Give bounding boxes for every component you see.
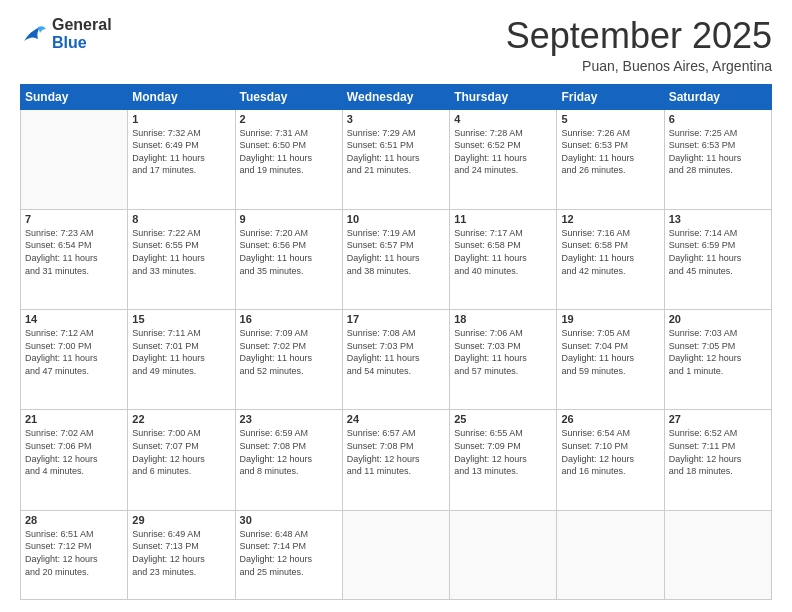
- day-info: Sunrise: 6:49 AM Sunset: 7:13 PM Dayligh…: [132, 528, 230, 578]
- location: Puan, Buenos Aires, Argentina: [506, 58, 772, 74]
- calendar-cell: 4Sunrise: 7:28 AM Sunset: 6:52 PM Daylig…: [450, 109, 557, 209]
- calendar-cell: 17Sunrise: 7:08 AM Sunset: 7:03 PM Dayli…: [342, 310, 449, 410]
- logo-text: General Blue: [52, 16, 112, 51]
- day-number: 10: [347, 213, 445, 225]
- day-info: Sunrise: 6:54 AM Sunset: 7:10 PM Dayligh…: [561, 427, 659, 477]
- day-info: Sunrise: 7:19 AM Sunset: 6:57 PM Dayligh…: [347, 227, 445, 277]
- calendar-cell: 23Sunrise: 6:59 AM Sunset: 7:08 PM Dayli…: [235, 410, 342, 510]
- calendar-cell: [450, 510, 557, 599]
- day-number: 8: [132, 213, 230, 225]
- day-info: Sunrise: 7:06 AM Sunset: 7:03 PM Dayligh…: [454, 327, 552, 377]
- day-number: 14: [25, 313, 123, 325]
- day-info: Sunrise: 7:23 AM Sunset: 6:54 PM Dayligh…: [25, 227, 123, 277]
- day-info: Sunrise: 6:51 AM Sunset: 7:12 PM Dayligh…: [25, 528, 123, 578]
- day-info: Sunrise: 7:29 AM Sunset: 6:51 PM Dayligh…: [347, 127, 445, 177]
- calendar-week-row: 7Sunrise: 7:23 AM Sunset: 6:54 PM Daylig…: [21, 209, 772, 309]
- day-info: Sunrise: 6:57 AM Sunset: 7:08 PM Dayligh…: [347, 427, 445, 477]
- day-number: 3: [347, 113, 445, 125]
- day-number: 20: [669, 313, 767, 325]
- day-number: 22: [132, 413, 230, 425]
- day-info: Sunrise: 7:22 AM Sunset: 6:55 PM Dayligh…: [132, 227, 230, 277]
- calendar-cell: [342, 510, 449, 599]
- day-number: 15: [132, 313, 230, 325]
- calendar-header-row: SundayMondayTuesdayWednesdayThursdayFrid…: [21, 84, 772, 109]
- calendar-week-row: 1Sunrise: 7:32 AM Sunset: 6:49 PM Daylig…: [21, 109, 772, 209]
- day-info: Sunrise: 6:52 AM Sunset: 7:11 PM Dayligh…: [669, 427, 767, 477]
- calendar-cell: 11Sunrise: 7:17 AM Sunset: 6:58 PM Dayli…: [450, 209, 557, 309]
- title-block: September 2025 Puan, Buenos Aires, Argen…: [506, 16, 772, 74]
- day-info: Sunrise: 7:14 AM Sunset: 6:59 PM Dayligh…: [669, 227, 767, 277]
- calendar-header-sunday: Sunday: [21, 84, 128, 109]
- day-number: 26: [561, 413, 659, 425]
- page: General Blue September 2025 Puan, Buenos…: [0, 0, 792, 612]
- day-info: Sunrise: 7:26 AM Sunset: 6:53 PM Dayligh…: [561, 127, 659, 177]
- day-info: Sunrise: 6:59 AM Sunset: 7:08 PM Dayligh…: [240, 427, 338, 477]
- calendar-cell: 10Sunrise: 7:19 AM Sunset: 6:57 PM Dayli…: [342, 209, 449, 309]
- day-info: Sunrise: 7:03 AM Sunset: 7:05 PM Dayligh…: [669, 327, 767, 377]
- calendar-cell: 20Sunrise: 7:03 AM Sunset: 7:05 PM Dayli…: [664, 310, 771, 410]
- day-number: 17: [347, 313, 445, 325]
- day-number: 9: [240, 213, 338, 225]
- day-number: 18: [454, 313, 552, 325]
- day-number: 1: [132, 113, 230, 125]
- day-number: 13: [669, 213, 767, 225]
- day-number: 23: [240, 413, 338, 425]
- logo: General Blue: [20, 16, 112, 51]
- calendar-week-row: 28Sunrise: 6:51 AM Sunset: 7:12 PM Dayli…: [21, 510, 772, 599]
- day-number: 12: [561, 213, 659, 225]
- day-info: Sunrise: 6:48 AM Sunset: 7:14 PM Dayligh…: [240, 528, 338, 578]
- calendar-header-wednesday: Wednesday: [342, 84, 449, 109]
- day-number: 24: [347, 413, 445, 425]
- calendar-cell: 24Sunrise: 6:57 AM Sunset: 7:08 PM Dayli…: [342, 410, 449, 510]
- calendar-cell: 13Sunrise: 7:14 AM Sunset: 6:59 PM Dayli…: [664, 209, 771, 309]
- day-info: Sunrise: 7:28 AM Sunset: 6:52 PM Dayligh…: [454, 127, 552, 177]
- calendar-cell: 18Sunrise: 7:06 AM Sunset: 7:03 PM Dayli…: [450, 310, 557, 410]
- calendar-cell: 6Sunrise: 7:25 AM Sunset: 6:53 PM Daylig…: [664, 109, 771, 209]
- calendar-cell: 19Sunrise: 7:05 AM Sunset: 7:04 PM Dayli…: [557, 310, 664, 410]
- day-number: 28: [25, 514, 123, 526]
- day-number: 30: [240, 514, 338, 526]
- day-number: 7: [25, 213, 123, 225]
- day-number: 5: [561, 113, 659, 125]
- calendar-week-row: 14Sunrise: 7:12 AM Sunset: 7:00 PM Dayli…: [21, 310, 772, 410]
- calendar-cell: 25Sunrise: 6:55 AM Sunset: 7:09 PM Dayli…: [450, 410, 557, 510]
- calendar-header-monday: Monday: [128, 84, 235, 109]
- calendar-cell: 30Sunrise: 6:48 AM Sunset: 7:14 PM Dayli…: [235, 510, 342, 599]
- day-info: Sunrise: 7:05 AM Sunset: 7:04 PM Dayligh…: [561, 327, 659, 377]
- calendar-cell: 7Sunrise: 7:23 AM Sunset: 6:54 PM Daylig…: [21, 209, 128, 309]
- day-info: Sunrise: 7:09 AM Sunset: 7:02 PM Dayligh…: [240, 327, 338, 377]
- day-info: Sunrise: 6:55 AM Sunset: 7:09 PM Dayligh…: [454, 427, 552, 477]
- day-info: Sunrise: 7:32 AM Sunset: 6:49 PM Dayligh…: [132, 127, 230, 177]
- day-number: 25: [454, 413, 552, 425]
- calendar-cell: [557, 510, 664, 599]
- header: General Blue September 2025 Puan, Buenos…: [20, 16, 772, 74]
- calendar-cell: 26Sunrise: 6:54 AM Sunset: 7:10 PM Dayli…: [557, 410, 664, 510]
- day-info: Sunrise: 7:12 AM Sunset: 7:00 PM Dayligh…: [25, 327, 123, 377]
- logo-icon: [20, 23, 48, 45]
- day-info: Sunrise: 7:31 AM Sunset: 6:50 PM Dayligh…: [240, 127, 338, 177]
- day-info: Sunrise: 7:11 AM Sunset: 7:01 PM Dayligh…: [132, 327, 230, 377]
- calendar-week-row: 21Sunrise: 7:02 AM Sunset: 7:06 PM Dayli…: [21, 410, 772, 510]
- calendar-cell: 29Sunrise: 6:49 AM Sunset: 7:13 PM Dayli…: [128, 510, 235, 599]
- calendar-header-friday: Friday: [557, 84, 664, 109]
- calendar-cell: 27Sunrise: 6:52 AM Sunset: 7:11 PM Dayli…: [664, 410, 771, 510]
- calendar-cell: 28Sunrise: 6:51 AM Sunset: 7:12 PM Dayli…: [21, 510, 128, 599]
- day-info: Sunrise: 7:00 AM Sunset: 7:07 PM Dayligh…: [132, 427, 230, 477]
- calendar-cell: 15Sunrise: 7:11 AM Sunset: 7:01 PM Dayli…: [128, 310, 235, 410]
- calendar-cell: [664, 510, 771, 599]
- calendar-table: SundayMondayTuesdayWednesdayThursdayFrid…: [20, 84, 772, 600]
- day-number: 27: [669, 413, 767, 425]
- day-number: 16: [240, 313, 338, 325]
- day-number: 21: [25, 413, 123, 425]
- calendar-cell: 21Sunrise: 7:02 AM Sunset: 7:06 PM Dayli…: [21, 410, 128, 510]
- day-number: 29: [132, 514, 230, 526]
- day-number: 11: [454, 213, 552, 225]
- month-title: September 2025: [506, 16, 772, 56]
- day-info: Sunrise: 7:20 AM Sunset: 6:56 PM Dayligh…: [240, 227, 338, 277]
- day-number: 4: [454, 113, 552, 125]
- calendar-header-tuesday: Tuesday: [235, 84, 342, 109]
- calendar-cell: 16Sunrise: 7:09 AM Sunset: 7:02 PM Dayli…: [235, 310, 342, 410]
- calendar-header-thursday: Thursday: [450, 84, 557, 109]
- day-number: 2: [240, 113, 338, 125]
- calendar-cell: 9Sunrise: 7:20 AM Sunset: 6:56 PM Daylig…: [235, 209, 342, 309]
